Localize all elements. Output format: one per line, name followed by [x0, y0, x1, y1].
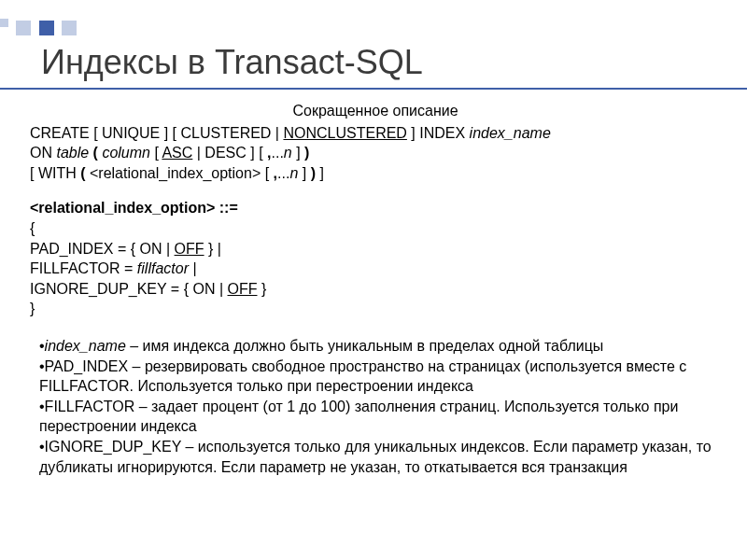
txt: ]: [298, 165, 310, 181]
bullet-term: PAD_INDEX –: [45, 358, 145, 374]
table-placeholder: table: [56, 145, 89, 161]
txt: } |: [204, 241, 221, 257]
syntax-line-2: ON table ( column [ ASC | DESC ] [ ,...n…: [30, 143, 721, 163]
txt: ON: [30, 145, 56, 161]
bullet-term: FILLFACTOR –: [45, 399, 151, 414]
index-name-placeholder: index_name: [470, 125, 551, 141]
decorative-squares: [0, 21, 80, 37]
txt: n: [284, 145, 292, 161]
txt: |: [189, 260, 197, 276]
txt: ...: [277, 165, 289, 181]
fillfactor-line: FILLFACTOR = fillfactor |: [30, 259, 721, 279]
txt: CREATE [ UNIQUE ] [ CLUSTERED |: [30, 125, 283, 141]
ignore-dup-line: IGNORE_DUP_KEY = { ON | OFF }: [30, 279, 721, 300]
square-icon: [39, 21, 54, 35]
square-icon: [0, 19, 8, 27]
bullet-item: •PAD_INDEX – резервировать свободное про…: [39, 357, 721, 397]
brace-open: {: [30, 218, 721, 239]
syntax-line-1: CREATE [ UNIQUE ] [ CLUSTERED | NONCLUST…: [30, 123, 721, 144]
txt: PAD_INDEX = { ON |: [30, 241, 175, 257]
square-icon: [62, 21, 77, 35]
bullet-item: •FILLFACTOR – задает процент (от 1 до 10…: [39, 397, 721, 437]
asc-kw: ASC: [162, 145, 192, 161]
txt: ]: [292, 145, 304, 161]
txt: [ WITH: [30, 165, 80, 181]
slide-content: Сокращенное описание CREATE [ UNIQUE ] […: [30, 101, 721, 477]
txt: FILLFACTOR =: [30, 260, 137, 276]
txt: (: [89, 145, 102, 161]
nonclustered-kw: NONCLUSTERED: [283, 125, 406, 141]
off-kw: OFF: [175, 241, 204, 257]
txt: ] INDEX: [407, 125, 470, 141]
txt: }: [258, 281, 267, 297]
title-bar: Индексы в Transact-SQL: [0, 43, 747, 90]
bullet-term: index_name: [45, 338, 126, 354]
option-block: <relational_index_option> ::= { PAD_INDE…: [30, 198, 721, 319]
bullet-item: •index_name – имя индекса должно быть ун…: [39, 336, 721, 357]
bullet-list: •index_name – имя индекса должно быть ун…: [30, 336, 721, 477]
txt: ...: [272, 145, 284, 161]
option-header: <relational_index_option> ::=: [30, 198, 721, 218]
txt: | DESC ] [: [192, 145, 267, 161]
square-icon: [16, 21, 31, 35]
syntax-block: CREATE [ UNIQUE ] [ CLUSTERED | NONCLUST…: [30, 123, 721, 184]
syntax-line-3: [ WITH ( <relational_index_option> [ ,..…: [30, 163, 721, 184]
pad-index-line: PAD_INDEX = { ON | OFF } |: [30, 239, 721, 259]
txt: IGNORE_DUP_KEY = { ON |: [30, 281, 228, 297]
bullet-term: IGNORE_DUP_KEY –: [45, 439, 198, 455]
txt: ): [304, 145, 309, 161]
off-kw: OFF: [228, 281, 258, 297]
txt: ]: [316, 165, 324, 181]
bullet-item: •IGNORE_DUP_KEY – используется только дл…: [39, 437, 721, 477]
txt: [: [150, 145, 162, 161]
column-placeholder: column: [102, 145, 150, 161]
txt: n: [289, 165, 298, 181]
bullet-text: – имя индекса должно быть уникальным в п…: [126, 338, 604, 354]
slide-title: Индексы в Transact-SQL: [41, 43, 747, 82]
txt: <relational_index_option> [: [86, 165, 274, 181]
fillfactor-placeholder: fillfactor: [137, 260, 189, 276]
brace-close: }: [30, 299, 721, 319]
subtitle: Сокращенное описание: [30, 101, 721, 121]
